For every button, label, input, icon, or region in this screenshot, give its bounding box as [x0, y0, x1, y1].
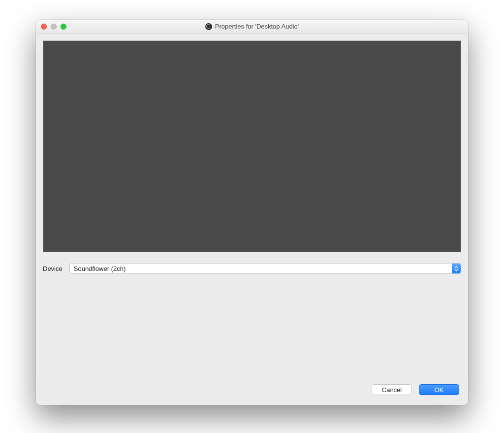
close-window-button[interactable]: [41, 24, 47, 30]
window-title-area: Properties for 'Desktop Audio': [36, 23, 468, 30]
device-select[interactable]: Soundflower (2ch): [69, 263, 461, 274]
chevron-up-down-icon: [452, 264, 461, 273]
ok-button[interactable]: OK: [419, 384, 459, 395]
device-row: Device Soundflower (2ch): [43, 263, 461, 274]
titlebar: Properties for 'Desktop Audio': [36, 20, 468, 33]
device-select-value: Soundflower (2ch): [74, 265, 126, 272]
device-label: Device: [43, 265, 63, 272]
window-controls: [41, 24, 66, 30]
minimize-window-button[interactable]: [51, 24, 57, 30]
spacer: [43, 274, 461, 382]
obs-icon: [205, 23, 212, 30]
window-title: Properties for 'Desktop Audio': [215, 23, 299, 30]
content-area: Device Soundflower (2ch) Cancel OK: [36, 33, 468, 405]
cancel-button-label: Cancel: [382, 386, 402, 394]
source-preview: [43, 40, 461, 252]
zoom-window-button[interactable]: [61, 24, 66, 30]
dialog-buttons: Cancel OK: [43, 382, 461, 398]
properties-window: Properties for 'Desktop Audio' Device So…: [36, 20, 468, 405]
cancel-button[interactable]: Cancel: [372, 384, 412, 395]
ok-button-label: OK: [435, 386, 444, 394]
